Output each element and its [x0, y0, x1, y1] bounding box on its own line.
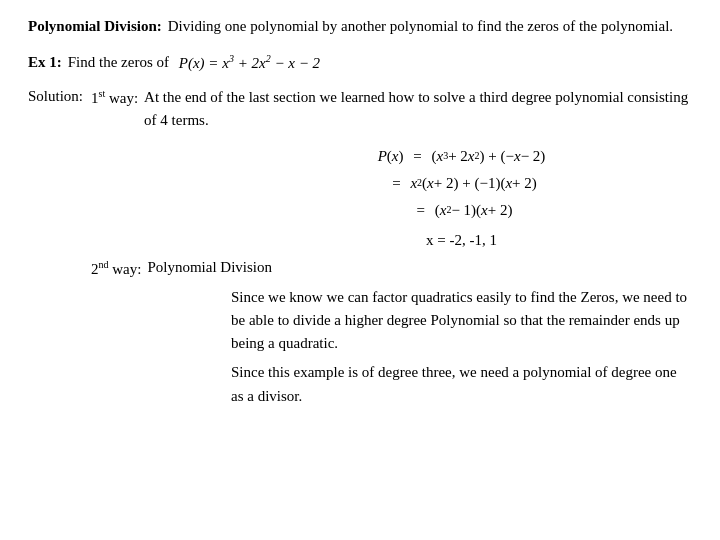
ex1-formula: P(x) = x3 + 2x2 − x − 2 [175, 53, 320, 72]
way1-label: 1st way: [91, 88, 138, 107]
way1-description: At the end of the last section we learne… [144, 86, 692, 133]
zeros-result: x = -2, -1, 1 [231, 232, 692, 249]
since-para1: Since we know we can factor quadratics e… [231, 286, 692, 356]
step1: P(x) = (x3 + 2x2) + (−x − 2) [378, 143, 546, 170]
step2: = x2(x + 2) + (−1)(x + 2) [386, 170, 537, 197]
header-description: Dividing one polynomial by another polyn… [168, 18, 673, 35]
solution-content: 1st way: At the end of the last section … [91, 86, 692, 414]
way2-description: Polynomial Division [147, 259, 272, 276]
way2-block: 2nd way: Polynomial Division [91, 259, 692, 278]
ex1-prefix: Ex 1: [28, 54, 62, 71]
way2-label: 2nd way: [91, 259, 141, 278]
header-label: Polynomial Division: [28, 18, 162, 35]
factoring-steps: P(x) = (x3 + 2x2) + (−x − 2) = x2(x + 2)… [231, 143, 692, 224]
solution-section: Solution: 1st way: At the end of the las… [28, 86, 692, 414]
since-para2: Since this example is of degree three, w… [231, 361, 692, 408]
step3: = (x2 − 1)(x + 2) [411, 197, 513, 224]
ex1-text: Find the zeros of [68, 54, 169, 71]
example1-line: Ex 1: Find the zeros of P(x) = x3 + 2x2 … [28, 53, 692, 72]
header-section: Polynomial Division: Dividing one polyno… [28, 18, 692, 35]
solution-label: Solution: [28, 88, 83, 105]
since-block: Since we know we can factor quadratics e… [231, 286, 692, 408]
way1-block: 1st way: At the end of the last section … [91, 86, 692, 133]
